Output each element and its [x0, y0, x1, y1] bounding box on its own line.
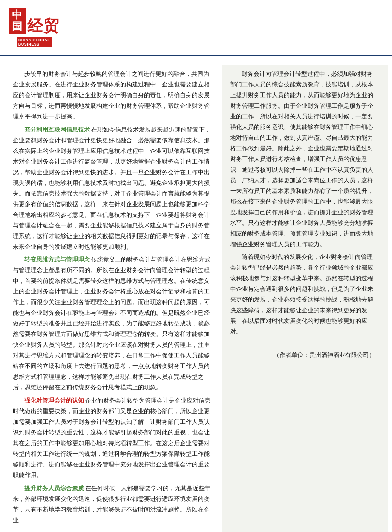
heading-recognition: 强化对管理会计的认知 [24, 397, 84, 404]
right-column: 财务会计向管理会计转型过程中，必须加强对财务部门工作人员的综合技能素质教育，技能… [222, 65, 388, 532]
logo-zh2: 国 [12, 21, 22, 32]
logo-area: 中 国 经贸 CHINA GLOBALBUSINESS [0, 0, 68, 55]
right-para2: 随着现如今时代的发展变化，企业财务会计向管理会计转型已经是必然的趋势，各个行业领… [230, 252, 375, 337]
right-para1: 财务会计向管理会计转型过程中，必须加强对财务部门工作人员的综合技能素质教育，技能… [230, 69, 375, 250]
left-para2-text: 在现如今信息技术发展越来越迅速的背景下，企业要想财务会计和管理会计更快更好地融合… [13, 127, 210, 250]
logo-jingmao: 经贸 [27, 18, 60, 34]
heading-quality: 提升财务人员综合素质 [24, 485, 84, 492]
left-para4-text: 企业的财务会计转型为管理会计是企业应对信息时代做出的重要决策，而企业的财务部门又… [13, 397, 210, 478]
left-para2-block: 充分利用互联网信息技术 在现如今信息技术发展越来越迅速的背景下，企业要想财务会计… [13, 125, 211, 253]
left-para3-block: 转变思维方式与管理理念 传统意义上的财务会计与管理会计在思维方式与管理理念上都是… [13, 255, 211, 393]
author-note: （作者单位：贵州酒神酒业有限公司） [230, 350, 375, 361]
logo-en: CHINA GLOBALBUSINESS [17, 37, 52, 47]
header: 中 国 经贸 CHINA GLOBALBUSINESS [0, 0, 392, 56]
left-para3-text: 传统意义上的财务会计与管理会计在思维方式与管理理念上都是有所不同的。所以在企业财… [13, 256, 210, 391]
heading-internet: 充分利用互联网信息技术 [24, 127, 90, 133]
left-para4-block: 强化对管理会计的认知 企业的财务会计转型为管理会计是企业应对信息时代做出的重要决… [13, 396, 211, 481]
page-container: 中 国 经贸 CHINA GLOBALBUSINESS 步较早的财务会计与起步较… [0, 0, 392, 532]
left-para1: 步较早的财务会计与起步较晚的管理会计之间进行更好的融合，共同为企业发展服务。在进… [13, 69, 211, 122]
heading-mindset: 转变思维方式与管理理念 [24, 256, 90, 263]
left-column: 步较早的财务会计与起步较晚的管理会计之间进行更好的融合，共同为企业发展服务。在进… [0, 65, 222, 532]
main-content: 步较早的财务会计与起步较晚的管理会计之间进行更好的融合，共同为企业发展服务。在进… [0, 56, 392, 532]
left-para5-block: 提升财务人员综合素质 在任何时候，人都是需要学习的，尤其是近些年来，外部环境发展… [13, 483, 211, 526]
header-right [68, 0, 392, 55]
logo-zh1: 中 [12, 9, 22, 20]
